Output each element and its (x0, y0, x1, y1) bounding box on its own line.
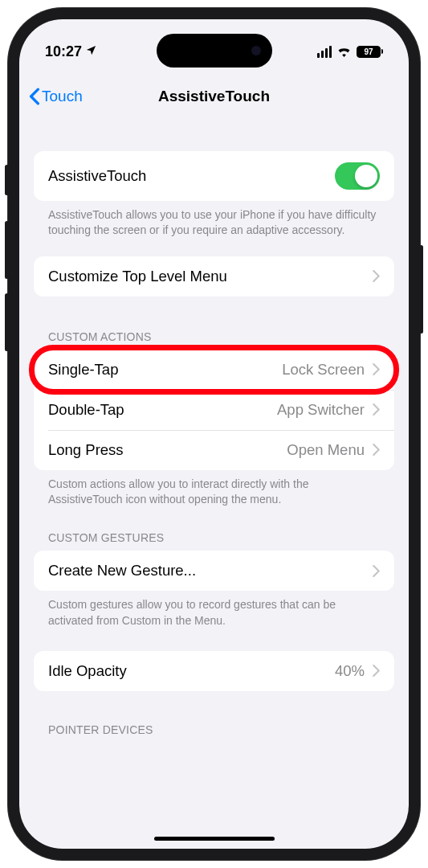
back-button[interactable]: Touch (29, 88, 83, 105)
chevron-right-icon (373, 403, 380, 416)
volume-up-button (5, 221, 9, 279)
chevron-right-icon (373, 363, 380, 375)
chevron-right-icon (373, 565, 380, 577)
custom-actions-footer: Custom actions allow you to interact dir… (34, 470, 394, 508)
pointer-devices-group: POINTER DEVICES (34, 723, 394, 743)
create-gesture-label: Create New Gesture... (48, 562, 373, 579)
custom-gestures-header: CUSTOM GESTURES (34, 531, 394, 551)
settings-content[interactable]: AssistiveTouch AssistiveTouch allows you… (19, 124, 409, 849)
single-tap-row[interactable]: Single-Tap Lock Screen (34, 350, 394, 390)
cellular-signal-icon (317, 46, 332, 58)
chevron-right-icon (373, 665, 380, 677)
idle-opacity-group: Idle Opacity 40% (34, 651, 394, 691)
status-time: 10:27 (45, 43, 82, 60)
pointer-devices-header: POINTER DEVICES (34, 723, 394, 743)
silent-switch (5, 165, 9, 195)
side-button (419, 245, 423, 334)
long-press-row[interactable]: Long Press Open Menu (34, 430, 394, 470)
single-tap-label: Single-Tap (48, 361, 282, 379)
customize-menu-group: Customize Top Level Menu (34, 256, 394, 297)
status-right: 97 (317, 46, 384, 58)
volume-down-button (5, 293, 9, 351)
toggle-knob (355, 165, 377, 187)
custom-actions-header: CUSTOM ACTIONS (34, 330, 394, 350)
double-tap-label: Double-Tap (48, 401, 277, 419)
home-indicator[interactable] (154, 837, 275, 841)
chevron-left-icon (29, 88, 40, 105)
phone-frame: 10:27 97 (8, 8, 420, 860)
idle-opacity-label: Idle Opacity (48, 662, 335, 680)
screen: 10:27 97 (19, 19, 409, 849)
create-new-gesture-row[interactable]: Create New Gesture... (34, 551, 394, 591)
assistivetouch-label: AssistiveTouch (48, 167, 335, 185)
dynamic-island (157, 34, 272, 68)
location-icon (85, 44, 97, 59)
chevron-right-icon (373, 270, 380, 282)
custom-gestures-footer: Custom gestures allow you to record gest… (34, 591, 394, 628)
battery-level: 97 (357, 46, 381, 58)
main-toggle-group: AssistiveTouch AssistiveTouch allows you… (34, 151, 394, 239)
assistivetouch-description: AssistiveTouch allows you to use your iP… (34, 201, 394, 239)
assistivetouch-toggle-row[interactable]: AssistiveTouch (34, 151, 394, 201)
customize-top-level-menu-row[interactable]: Customize Top Level Menu (34, 256, 394, 297)
customize-menu-label: Customize Top Level Menu (48, 268, 373, 285)
battery-icon: 97 (357, 46, 383, 58)
custom-actions-group: CUSTOM ACTIONS Single-Tap Lock Screen Do… (34, 330, 394, 508)
nav-header: Touch AssistiveTouch (19, 77, 409, 116)
assistivetouch-toggle[interactable] (335, 162, 380, 190)
double-tap-value: App Switcher (277, 401, 365, 419)
back-label: Touch (42, 88, 83, 105)
long-press-value: Open Menu (287, 441, 365, 459)
idle-opacity-row[interactable]: Idle Opacity 40% (34, 651, 394, 691)
page-title: AssistiveTouch (29, 88, 399, 105)
wifi-icon (336, 46, 352, 57)
custom-gestures-group: CUSTOM GESTURES Create New Gesture... Cu… (34, 531, 394, 628)
long-press-label: Long Press (48, 441, 287, 459)
double-tap-row[interactable]: Double-Tap App Switcher (34, 390, 394, 430)
status-left: 10:27 (45, 43, 97, 60)
single-tap-value: Lock Screen (282, 361, 365, 379)
chevron-right-icon (373, 444, 380, 456)
idle-opacity-value: 40% (335, 662, 365, 680)
camera-dot (251, 46, 261, 55)
